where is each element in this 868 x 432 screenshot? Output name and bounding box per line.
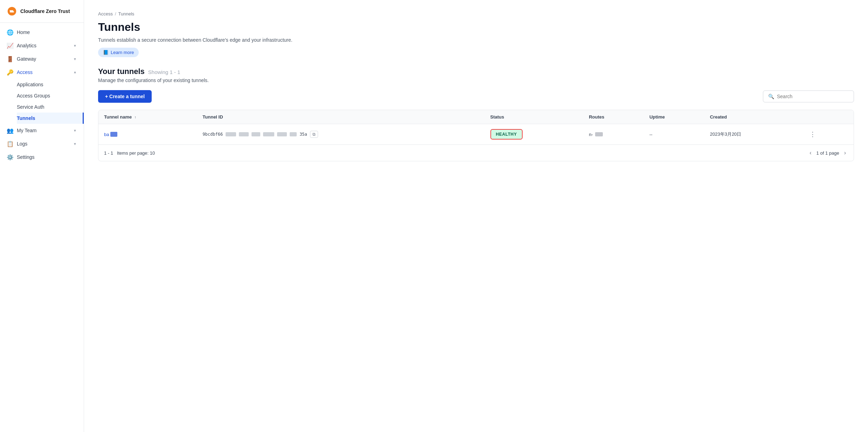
search-icon: 🔍 xyxy=(768,94,774,99)
sidebar-item-logs[interactable]: 📋 Logs ▼ xyxy=(0,137,84,150)
sidebar-item-access[interactable]: 🔑 Access ▼ xyxy=(0,66,84,79)
sidebar-item-my-team-label: My Team xyxy=(17,128,37,133)
search-input[interactable] xyxy=(777,94,849,99)
tunnels-section-title: Your tunnels xyxy=(98,67,145,76)
sort-asc-icon: ↑ xyxy=(135,115,136,119)
tunnel-id-prefix: 9bcdbf66 xyxy=(202,132,223,137)
tunnels-toolbar: + Create a tunnel 🔍 xyxy=(98,90,854,103)
col-created: Created xyxy=(704,110,801,124)
settings-icon: ⚙️ xyxy=(7,154,13,160)
page-description: Tunnels establish a secure connection be… xyxy=(98,37,854,43)
copy-tunnel-id-button[interactable]: ⧉ xyxy=(310,131,318,138)
routes-cell: n- xyxy=(583,124,644,145)
search-box: 🔍 xyxy=(763,90,854,102)
gateway-chevron-icon: ▼ xyxy=(73,57,77,61)
tunnel-id-blurred-5 xyxy=(277,132,287,136)
breadcrumb-access[interactable]: Access xyxy=(98,11,113,16)
col-uptime: Uptime xyxy=(644,110,704,124)
col-tunnel-id: Tunnel ID xyxy=(197,110,484,124)
tunnel-id-blurred-4 xyxy=(263,132,274,136)
sidebar-item-tunnels[interactable]: Tunnels xyxy=(17,113,84,124)
tunnel-id-blurred-3 xyxy=(252,132,260,136)
col-status: Status xyxy=(485,110,584,124)
actions-cell: ⋮ xyxy=(801,124,854,145)
sidebar: Cloudflare Zero Trust 🌐 Home 📈 Analytics… xyxy=(0,0,84,432)
sidebar-item-logs-label: Logs xyxy=(17,141,27,147)
sidebar-item-access-groups[interactable]: Access Groups xyxy=(17,90,84,101)
gateway-icon: 🚪 xyxy=(7,56,13,62)
sidebar-item-home[interactable]: 🌐 Home xyxy=(0,26,84,39)
cloudflare-logo-icon xyxy=(7,6,17,16)
tunnels-table: Tunnel name ↑ Tunnel ID Status Routes Up… xyxy=(98,110,854,144)
next-page-button[interactable]: › xyxy=(842,149,848,157)
sidebar-item-service-auth[interactable]: Service Auth xyxy=(17,101,84,113)
col-tunnel-name[interactable]: Tunnel name ↑ xyxy=(98,110,197,124)
routes-blurred xyxy=(595,132,603,136)
main-content: Access / Tunnels Tunnels Tunnels establi… xyxy=(84,0,868,432)
tunnel-id-blurred-1 xyxy=(226,132,236,136)
col-actions xyxy=(801,110,854,124)
tunnels-section-header: Your tunnels Showing 1 - 1 xyxy=(98,67,854,76)
sidebar-item-access-label: Access xyxy=(17,69,33,75)
tunnels-table-container: Tunnel name ↑ Tunnel ID Status Routes Up… xyxy=(98,110,854,161)
status-cell: HEALTHY xyxy=(485,124,584,145)
tunnel-id-cell: 9bcdbf66 35a ⧉ xyxy=(197,124,484,145)
sidebar-item-home-label: Home xyxy=(17,29,30,35)
row-more-button[interactable]: ⋮ xyxy=(807,130,819,139)
tunnel-id-blurred-2 xyxy=(239,132,249,136)
breadcrumb-tunnels: Tunnels xyxy=(118,11,135,16)
routes-prefix: n- xyxy=(589,132,593,137)
sidebar-item-applications[interactable]: Applications xyxy=(17,79,84,90)
sidebar-item-gateway-label: Gateway xyxy=(17,56,36,62)
logs-icon: 📋 xyxy=(7,141,13,147)
sidebar-item-settings-label: Settings xyxy=(17,154,35,160)
sidebar-item-analytics-label: Analytics xyxy=(17,43,36,48)
col-routes: Routes xyxy=(583,110,644,124)
sidebar-item-my-team[interactable]: 👥 My Team ▼ xyxy=(0,124,84,137)
learn-more-button[interactable]: 📘 Learn more xyxy=(98,48,139,57)
analytics-chevron-icon: ▼ xyxy=(73,44,77,48)
access-chevron-icon: ▼ xyxy=(73,70,77,74)
sidebar-logo: Cloudflare Zero Trust xyxy=(0,0,84,23)
tunnels-section-description: Manage the configurations of your existi… xyxy=(98,77,854,83)
sidebar-navigation: 🌐 Home 📈 Analytics ▼ 🚪 Gateway ▼ 🔑 Acc xyxy=(0,23,84,167)
tunnel-name-prefix[interactable]: ba xyxy=(104,132,109,137)
pagination-range: 1 - 1 Items per page: 10 xyxy=(104,150,155,156)
book-icon: 📘 xyxy=(103,50,109,55)
learn-more-label: Learn more xyxy=(111,50,134,55)
tunnel-name-cell: ba xyxy=(98,124,197,145)
create-tunnel-label: + Create a tunnel xyxy=(105,94,145,99)
breadcrumb-separator: / xyxy=(115,11,116,16)
sidebar-item-settings[interactable]: ⚙️ Settings xyxy=(0,150,84,164)
sidebar-item-gateway[interactable]: 🚪 Gateway ▼ xyxy=(0,52,84,66)
pagination-row: 1 - 1 Items per page: 10 ‹ 1 of 1 page › xyxy=(98,144,854,161)
logs-chevron-icon: ▼ xyxy=(73,142,77,146)
create-tunnel-button[interactable]: + Create a tunnel xyxy=(98,90,152,103)
home-icon: 🌐 xyxy=(7,29,13,35)
pagination-controls: ‹ 1 of 1 page › xyxy=(807,149,848,157)
breadcrumb: Access / Tunnels xyxy=(98,11,854,16)
my-team-icon: 👥 xyxy=(7,127,13,134)
page-title: Tunnels xyxy=(98,21,854,34)
table-row: ba 9bcdbf66 35a xyxy=(98,124,854,145)
tunnels-section-count: Showing 1 - 1 xyxy=(148,69,180,75)
uptime-cell: -- xyxy=(644,124,704,145)
sidebar-item-analytics[interactable]: 📈 Analytics ▼ xyxy=(0,39,84,52)
page-info: 1 of 1 page xyxy=(817,150,839,156)
my-team-chevron-icon: ▼ xyxy=(73,129,77,133)
app-title: Cloudflare Zero Trust xyxy=(20,8,70,14)
analytics-icon: 📈 xyxy=(7,42,13,49)
access-subnav: Applications Access Groups Service Auth … xyxy=(0,79,84,124)
items-per-page: Items per page: 10 xyxy=(117,150,155,156)
created-cell: 2023年3月20日 xyxy=(704,124,801,145)
tunnel-name-blurred xyxy=(110,132,117,137)
prev-page-button[interactable]: ‹ xyxy=(807,149,813,157)
status-badge: HEALTHY xyxy=(490,129,523,140)
table-header-row: Tunnel name ↑ Tunnel ID Status Routes Up… xyxy=(98,110,854,124)
tunnel-id-suffix: 35a xyxy=(299,132,307,137)
access-icon: 🔑 xyxy=(7,69,13,75)
tunnel-id-blurred-6 xyxy=(290,132,297,136)
